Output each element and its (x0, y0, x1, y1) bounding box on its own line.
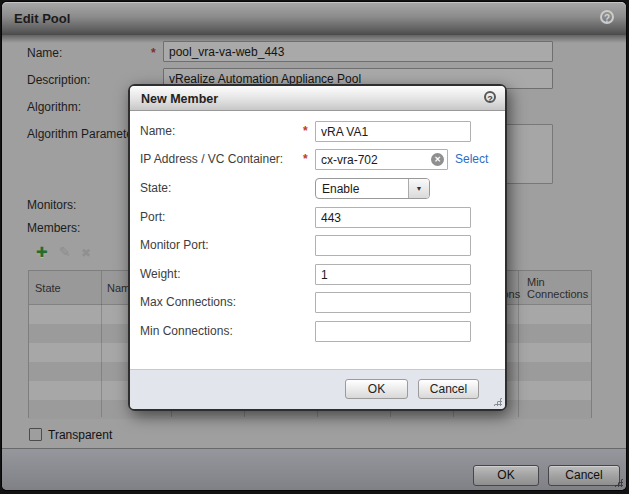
new-member-titlebar[interactable]: New Member ? (130, 86, 505, 111)
column-divider (518, 271, 519, 417)
new-member-help-icon[interactable]: ? (484, 91, 496, 103)
resize-grip[interactable] (493, 397, 502, 406)
transparent-label: Transparent (48, 428, 112, 442)
member-min-connections-label: Min Connections: (140, 324, 233, 338)
pool-monitors-label: Monitors: (27, 198, 76, 212)
member-weight-label: Weight: (140, 267, 180, 281)
edit-pool-ok-button[interactable]: OK (473, 465, 539, 486)
member-max-connections-label: Max Connections: (140, 295, 236, 309)
member-min-connections-field (315, 321, 471, 342)
pool-name-input[interactable] (163, 41, 553, 62)
chevron-down-icon: ▼ (416, 185, 423, 192)
member-port-input[interactable] (315, 207, 471, 228)
pool-members-label: Members: (27, 221, 80, 235)
member-ip-input[interactable] (315, 149, 448, 170)
member-state-label: State: (140, 181, 171, 195)
pool-name-label: Name: (27, 46, 62, 60)
member-min-connections-input[interactable] (315, 321, 471, 342)
pool-name-required-marker: * (151, 46, 156, 60)
member-ip-required-marker: * (303, 152, 308, 166)
member-monitor-port-input[interactable] (315, 235, 471, 256)
edit-pool-footer: OK Cancel (2, 448, 626, 490)
edit-member-icon[interactable]: ✎ (59, 245, 71, 260)
member-weight-input[interactable] (315, 264, 471, 285)
column-header-state[interactable]: State (29, 271, 101, 305)
new-member-title: New Member (141, 92, 218, 106)
member-max-connections-input[interactable] (315, 292, 471, 313)
member-name-label: Name: (140, 124, 175, 138)
pool-algorithm-label: Algorithm: (27, 100, 81, 114)
member-state-value: Enable (316, 179, 408, 198)
member-port-field (315, 207, 471, 228)
edit-pool-cancel-button[interactable]: Cancel (548, 465, 620, 486)
pool-description-label: Description: (27, 73, 90, 87)
edit-pool-help-icon[interactable]: ? (600, 10, 614, 24)
member-monitor-port-field (315, 235, 471, 256)
edit-pool-titlebar[interactable]: Edit Pool ? (2, 2, 626, 35)
member-max-connections-field (315, 292, 471, 313)
member-ip-label: IP Address / VC Container: (140, 152, 283, 166)
delete-member-icon[interactable]: ✖ (81, 246, 91, 261)
member-weight-field (315, 264, 471, 285)
edit-pool-title: Edit Pool (14, 11, 70, 26)
column-header-min-connections[interactable]: Min Connections (521, 271, 591, 305)
member-port-label: Port: (140, 210, 165, 224)
new-member-ok-button[interactable]: OK (345, 379, 408, 399)
column-divider (101, 271, 102, 417)
transparent-checkbox[interactable] (29, 428, 42, 441)
screen: Edit Pool ? Name: * Description: Algorit… (0, 0, 629, 494)
member-ip-field: ✕ (315, 149, 448, 170)
member-monitor-port-label: Monitor Port: (140, 238, 209, 252)
new-member-footer: OK Cancel (130, 369, 505, 409)
member-name-input[interactable] (315, 121, 471, 142)
new-member-dialog: New Member ? Name: * IP Address / VC Con… (128, 84, 507, 411)
add-member-icon[interactable]: ✚ (36, 245, 48, 260)
select-link[interactable]: Select (455, 152, 488, 166)
clear-input-icon[interactable]: ✕ (431, 153, 444, 166)
member-name-field (315, 121, 471, 142)
new-member-cancel-button[interactable]: Cancel (418, 379, 479, 399)
member-state-dropdown[interactable]: Enable ▼ (315, 178, 430, 199)
dropdown-button[interactable]: ▼ (408, 179, 429, 198)
member-name-required-marker: * (303, 124, 308, 138)
